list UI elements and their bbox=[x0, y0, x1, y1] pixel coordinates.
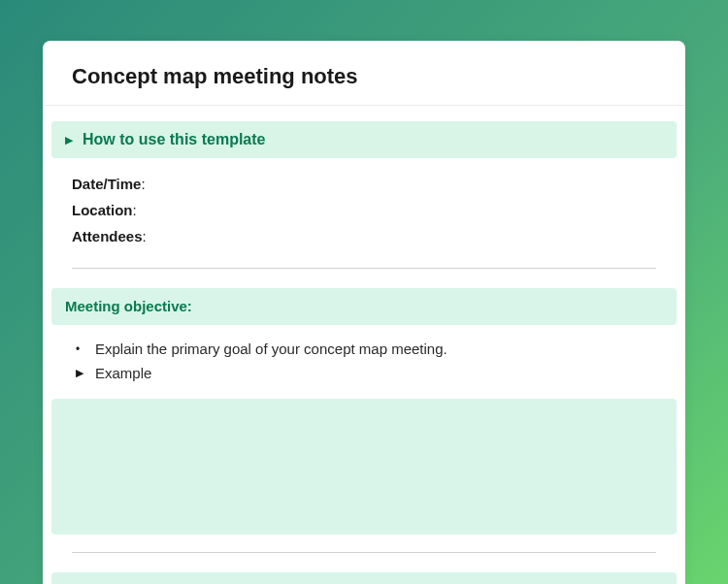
colon: : bbox=[141, 176, 145, 192]
location-row[interactable]: Location: bbox=[72, 202, 656, 218]
list-item-text: Explain the primary goal of your concept… bbox=[95, 341, 447, 357]
list-item[interactable]: • Explain the primary goal of your conce… bbox=[72, 341, 656, 357]
chevron-right-icon: ▶ bbox=[65, 135, 73, 146]
document-page: Concept map meeting notes ▶ How to use t… bbox=[43, 41, 685, 584]
bullet-icon: • bbox=[76, 342, 83, 356]
page-title: Concept map meeting notes bbox=[43, 64, 685, 106]
objective-list: • Explain the primary goal of your conce… bbox=[43, 341, 685, 381]
content-block[interactable] bbox=[51, 399, 677, 535]
chevron-right-icon: ▶ bbox=[76, 367, 83, 379]
list-item[interactable]: ▶ Example bbox=[72, 365, 656, 381]
concepts-header: Main concept(s) identified: bbox=[51, 572, 677, 584]
objective-heading: Meeting objective: bbox=[65, 298, 192, 314]
help-callout[interactable]: ▶ How to use this template bbox=[51, 121, 677, 158]
help-callout-title: How to use this template bbox=[83, 131, 265, 148]
attendees-label: Attendees bbox=[72, 228, 143, 244]
divider bbox=[72, 268, 656, 269]
attendees-row[interactable]: Attendees: bbox=[72, 228, 656, 244]
datetime-row[interactable]: Date/Time: bbox=[72, 176, 656, 192]
colon: : bbox=[143, 228, 147, 244]
datetime-label: Date/Time bbox=[72, 176, 141, 192]
meta-section: Date/Time: Location: Attendees: bbox=[43, 176, 685, 268]
list-item-text: Example bbox=[95, 365, 151, 381]
objective-header: Meeting objective: bbox=[51, 288, 677, 325]
colon: : bbox=[133, 202, 137, 218]
divider bbox=[72, 552, 656, 553]
location-label: Location bbox=[72, 202, 133, 218]
